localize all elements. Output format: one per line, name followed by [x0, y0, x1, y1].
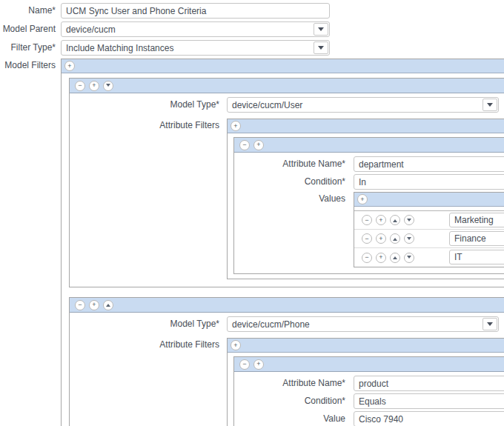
triangle-down-icon — [407, 219, 411, 224]
filter-type-combo[interactable]: Include Matching Instances — [61, 40, 330, 56]
attribute-filters-label: Attribute Filters — [70, 119, 219, 133]
panel-body: Attribute Name* Condition* Value — [234, 372, 504, 426]
filter-type-dropdown-button[interactable] — [314, 41, 328, 54]
attribute-filters-row: Attribute Filters + − + — [70, 119, 504, 279]
attribute-filters-row: Attribute Filters + − + — [70, 338, 504, 426]
minus-icon: − — [365, 217, 368, 224]
move-down-button[interactable] — [103, 81, 113, 91]
add-filter-button[interactable]: + — [89, 300, 99, 310]
add-model-filter-button[interactable]: + — [64, 61, 75, 71]
triangle-up-icon — [393, 254, 397, 259]
move-value-down-button[interactable] — [404, 215, 414, 225]
move-value-up-button[interactable] — [390, 253, 400, 263]
attribute-filters-container: + − + Attribute Name* — [227, 338, 504, 426]
value-row: − + — [354, 230, 504, 248]
move-value-down-button[interactable] — [404, 253, 414, 263]
triangle-down-icon — [407, 237, 411, 242]
attribute-filter-panel: − + Attribute Name* Conditio — [233, 356, 504, 426]
triangle-up-icon — [106, 302, 110, 307]
remove-filter-button[interactable]: − — [75, 300, 85, 310]
chevron-down-icon — [487, 103, 493, 110]
remove-attribute-filter-button[interactable]: − — [239, 359, 250, 370]
attribute-name-label: Attribute Name* — [234, 376, 345, 391]
minus-icon: − — [78, 302, 82, 308]
minus-icon: − — [242, 142, 246, 148]
panel-body: Model Type* device/cucm/Phone Attribute … — [70, 313, 504, 426]
model-type-combo[interactable]: device/cucm/User — [227, 97, 499, 113]
plus-icon: + — [379, 236, 382, 242]
plus-icon: + — [256, 361, 260, 367]
value-field[interactable] — [449, 213, 504, 227]
condition-label: Condition* — [234, 174, 345, 190]
model-type-value: device/cucm/User — [228, 100, 483, 110]
add-value-button[interactable]: + — [376, 215, 386, 225]
attribute-filters-label: Attribute Filters — [70, 338, 219, 352]
chevron-down-icon — [318, 46, 324, 53]
panel-body: Model Type* device/cucm/User Attribute F… — [70, 93, 504, 287]
values-list: − + − — [354, 210, 504, 267]
attribute-filter-panel: − + Attribute Name* Conditio — [233, 137, 504, 274]
plus-icon: + — [67, 63, 71, 70]
panel-header: − + — [70, 79, 504, 93]
panel-header: − + — [234, 357, 504, 372]
add-value-button[interactable]: + — [376, 233, 386, 244]
plus-icon: + — [256, 142, 260, 148]
remove-value-button[interactable]: − — [362, 215, 372, 225]
chevron-down-icon — [487, 322, 493, 329]
triangle-down-icon — [106, 84, 110, 89]
value-field[interactable] — [449, 250, 504, 264]
model-type-value: device/cucm/Phone — [228, 319, 483, 330]
model-type-label: Model Type* — [70, 97, 219, 113]
triangle-up-icon — [393, 236, 397, 241]
condition-field[interactable] — [354, 393, 504, 409]
value-label: Value — [234, 411, 345, 426]
chevron-down-icon — [318, 27, 324, 34]
add-attribute-filter-button[interactable]: + — [253, 140, 264, 150]
plus-icon: + — [379, 217, 382, 224]
attribute-name-field[interactable] — [354, 156, 504, 172]
triangle-down-icon — [407, 256, 411, 261]
model-type-row: Model Type* device/cucm/User — [70, 97, 504, 113]
attribute-name-row: Attribute Name* — [234, 156, 504, 172]
model-filters-container: + − + Model Type* device/cucm/User — [61, 59, 504, 426]
add-value-button[interactable]: + — [357, 194, 368, 204]
attribute-name-label: Attribute Name* — [234, 156, 345, 172]
criteria-form: Name* Model Parent device/cucm Filter Ty… — [0, 0, 504, 426]
remove-filter-button[interactable]: − — [75, 81, 85, 91]
add-attribute-filter-button[interactable]: + — [231, 340, 241, 350]
move-value-up-button[interactable] — [390, 215, 400, 225]
add-attribute-filter-button[interactable]: + — [231, 121, 241, 131]
condition-field[interactable] — [354, 174, 504, 190]
add-filter-button[interactable]: + — [89, 81, 99, 91]
plus-icon: + — [92, 82, 96, 89]
attribute-filters-add-bar: + — [228, 119, 504, 133]
model-parent-row: Model Parent device/cucm — [0, 21, 504, 37]
move-up-button[interactable] — [103, 300, 113, 310]
plus-icon: + — [92, 302, 96, 308]
name-row: Name* — [0, 3, 504, 19]
model-parent-dropdown-button[interactable] — [314, 23, 328, 36]
remove-value-button[interactable]: − — [362, 253, 372, 263]
model-filter-panel-phone: − + Model Type* device/cucm/Phone Attrib… — [69, 297, 504, 426]
remove-attribute-filter-button[interactable]: − — [239, 140, 250, 150]
value-field[interactable] — [354, 411, 504, 426]
model-parent-value: device/cucm — [62, 24, 314, 35]
move-value-down-button[interactable] — [404, 233, 414, 244]
model-type-dropdown-button[interactable] — [483, 318, 497, 330]
minus-icon: − — [78, 82, 82, 89]
value-field[interactable] — [449, 231, 504, 246]
model-parent-combo[interactable]: device/cucm — [61, 21, 330, 37]
model-parent-label: Model Parent — [0, 21, 56, 37]
remove-value-button[interactable]: − — [362, 233, 372, 244]
filter-type-row: Filter Type* Include Matching Instances — [0, 40, 504, 56]
name-field[interactable] — [61, 3, 330, 19]
add-value-button[interactable]: + — [376, 253, 386, 263]
model-type-dropdown-button[interactable] — [483, 99, 497, 111]
minus-icon: − — [365, 254, 368, 261]
model-type-combo[interactable]: device/cucm/Phone — [227, 316, 499, 332]
panel-header: − + — [234, 138, 504, 153]
attribute-name-field[interactable] — [354, 376, 504, 391]
panel-header: − + — [70, 298, 504, 313]
move-value-up-button[interactable] — [390, 233, 400, 244]
add-attribute-filter-button[interactable]: + — [253, 359, 264, 370]
